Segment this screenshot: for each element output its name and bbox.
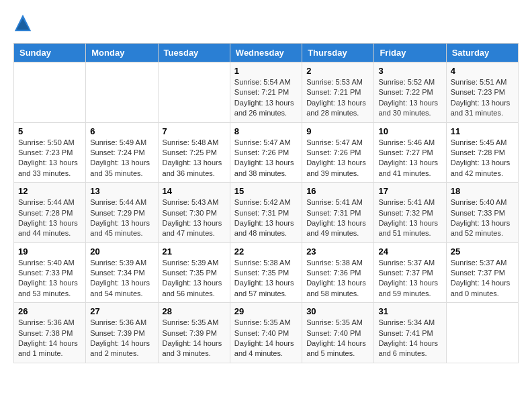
day-number: 29 bbox=[234, 306, 298, 316]
day-info: Sunrise: 5:36 AMSunset: 7:39 PMDaylight:… bbox=[90, 318, 153, 359]
day-info: Sunrise: 5:46 AMSunset: 7:27 PMDaylight:… bbox=[378, 138, 441, 179]
calendar-cell-w3d2: 21Sunrise: 5:39 AMSunset: 7:35 PMDayligh… bbox=[158, 242, 230, 303]
calendar-cell-w3d6: 25Sunrise: 5:37 AMSunset: 7:37 PMDayligh… bbox=[446, 242, 518, 303]
header-wednesday: Wednesday bbox=[230, 44, 302, 62]
day-number: 20 bbox=[90, 246, 153, 257]
day-number: 8 bbox=[234, 126, 298, 136]
day-number: 13 bbox=[90, 186, 153, 196]
day-number: 26 bbox=[18, 306, 81, 316]
calendar-cell-w0d2 bbox=[158, 62, 230, 123]
day-number: 11 bbox=[451, 126, 514, 136]
day-info: Sunrise: 5:50 AMSunset: 7:23 PMDaylight:… bbox=[18, 138, 81, 179]
calendar-cell-w1d5: 10Sunrise: 5:46 AMSunset: 7:27 PMDayligh… bbox=[374, 122, 446, 183]
calendar-cell-w3d3: 22Sunrise: 5:38 AMSunset: 7:35 PMDayligh… bbox=[230, 242, 302, 303]
calendar-cell-w2d0: 12Sunrise: 5:44 AMSunset: 7:28 PMDayligh… bbox=[14, 183, 86, 243]
header-thursday: Thursday bbox=[302, 44, 374, 62]
calendar-cell-w2d4: 16Sunrise: 5:41 AMSunset: 7:31 PMDayligh… bbox=[302, 183, 374, 243]
day-number: 27 bbox=[90, 306, 153, 316]
day-info: Sunrise: 5:35 AMSunset: 7:39 PMDaylight:… bbox=[163, 318, 226, 359]
calendar-cell-w2d1: 13Sunrise: 5:44 AMSunset: 7:29 PMDayligh… bbox=[86, 183, 158, 243]
logo-icon bbox=[13, 13, 32, 32]
calendar-week-0: 1Sunrise: 5:54 AMSunset: 7:21 PMDaylight… bbox=[14, 62, 519, 123]
day-info: Sunrise: 5:47 AMSunset: 7:26 PMDaylight:… bbox=[306, 138, 369, 179]
day-number: 6 bbox=[90, 126, 153, 136]
day-info: Sunrise: 5:54 AMSunset: 7:21 PMDaylight:… bbox=[234, 77, 298, 119]
day-info: Sunrise: 5:39 AMSunset: 7:34 PMDaylight:… bbox=[90, 258, 153, 300]
calendar-cell-w0d6: 4Sunrise: 5:51 AMSunset: 7:23 PMDaylight… bbox=[446, 62, 518, 123]
day-number: 25 bbox=[451, 246, 514, 257]
day-number: 14 bbox=[163, 186, 226, 196]
calendar-cell-w4d6 bbox=[446, 303, 518, 363]
day-number: 4 bbox=[451, 66, 514, 76]
calendar-cell-w4d4: 30Sunrise: 5:35 AMSunset: 7:40 PMDayligh… bbox=[302, 303, 374, 363]
calendar-cell-w1d3: 8Sunrise: 5:47 AMSunset: 7:26 PMDaylight… bbox=[230, 122, 302, 183]
day-info: Sunrise: 5:37 AMSunset: 7:37 PMDaylight:… bbox=[451, 258, 514, 300]
day-info: Sunrise: 5:44 AMSunset: 7:29 PMDaylight:… bbox=[90, 197, 153, 239]
day-info: Sunrise: 5:37 AMSunset: 7:37 PMDaylight:… bbox=[378, 258, 441, 300]
calendar-cell-w3d4: 23Sunrise: 5:38 AMSunset: 7:36 PMDayligh… bbox=[302, 242, 374, 303]
calendar-cell-w0d4: 2Sunrise: 5:53 AMSunset: 7:21 PMDaylight… bbox=[302, 62, 374, 123]
day-info: Sunrise: 5:36 AMSunset: 7:38 PMDaylight:… bbox=[18, 318, 81, 359]
calendar-cell-w4d3: 29Sunrise: 5:35 AMSunset: 7:40 PMDayligh… bbox=[230, 303, 302, 363]
calendar-cell-w0d3: 1Sunrise: 5:54 AMSunset: 7:21 PMDaylight… bbox=[230, 62, 302, 123]
day-number: 30 bbox=[306, 306, 369, 316]
calendar-header-row: SundayMondayTuesdayWednesdayThursdayFrid… bbox=[14, 44, 519, 62]
day-number: 19 bbox=[18, 246, 81, 257]
day-number: 31 bbox=[378, 306, 441, 316]
day-number: 22 bbox=[234, 246, 298, 257]
day-info: Sunrise: 5:48 AMSunset: 7:25 PMDaylight:… bbox=[163, 138, 226, 179]
calendar-cell-w1d1: 6Sunrise: 5:49 AMSunset: 7:24 PMDaylight… bbox=[86, 122, 158, 183]
day-info: Sunrise: 5:40 AMSunset: 7:33 PMDaylight:… bbox=[18, 258, 81, 300]
logo bbox=[13, 13, 35, 32]
day-number: 16 bbox=[306, 186, 369, 196]
calendar-cell-w1d4: 9Sunrise: 5:47 AMSunset: 7:26 PMDaylight… bbox=[302, 122, 374, 183]
calendar-cell-w1d6: 11Sunrise: 5:45 AMSunset: 7:28 PMDayligh… bbox=[446, 122, 518, 183]
calendar-week-2: 12Sunrise: 5:44 AMSunset: 7:28 PMDayligh… bbox=[14, 183, 519, 243]
calendar-cell-w3d1: 20Sunrise: 5:39 AMSunset: 7:34 PMDayligh… bbox=[86, 242, 158, 303]
calendar-cell-w4d0: 26Sunrise: 5:36 AMSunset: 7:38 PMDayligh… bbox=[14, 303, 86, 363]
day-info: Sunrise: 5:47 AMSunset: 7:26 PMDaylight:… bbox=[234, 138, 298, 179]
calendar-cell-w3d0: 19Sunrise: 5:40 AMSunset: 7:33 PMDayligh… bbox=[14, 242, 86, 303]
calendar-week-4: 26Sunrise: 5:36 AMSunset: 7:38 PMDayligh… bbox=[14, 303, 519, 363]
header-friday: Friday bbox=[374, 44, 446, 62]
day-info: Sunrise: 5:38 AMSunset: 7:35 PMDaylight:… bbox=[234, 258, 298, 300]
header-monday: Monday bbox=[86, 44, 158, 62]
day-info: Sunrise: 5:44 AMSunset: 7:28 PMDaylight:… bbox=[18, 197, 81, 239]
day-number: 9 bbox=[306, 126, 369, 136]
day-number: 5 bbox=[18, 126, 81, 136]
day-info: Sunrise: 5:49 AMSunset: 7:24 PMDaylight:… bbox=[90, 138, 153, 179]
day-info: Sunrise: 5:35 AMSunset: 7:40 PMDaylight:… bbox=[234, 318, 298, 359]
day-info: Sunrise: 5:41 AMSunset: 7:31 PMDaylight:… bbox=[306, 197, 369, 239]
day-number: 10 bbox=[378, 126, 441, 136]
day-number: 23 bbox=[306, 246, 369, 257]
calendar-cell-w0d0 bbox=[14, 62, 86, 123]
day-info: Sunrise: 5:42 AMSunset: 7:31 PMDaylight:… bbox=[234, 197, 298, 239]
day-info: Sunrise: 5:39 AMSunset: 7:35 PMDaylight:… bbox=[163, 258, 226, 300]
calendar-cell-w3d5: 24Sunrise: 5:37 AMSunset: 7:37 PMDayligh… bbox=[374, 242, 446, 303]
day-number: 17 bbox=[378, 186, 441, 196]
day-number: 2 bbox=[306, 66, 369, 76]
calendar-cell-w2d3: 15Sunrise: 5:42 AMSunset: 7:31 PMDayligh… bbox=[230, 183, 302, 243]
header-sunday: Sunday bbox=[14, 44, 86, 62]
day-info: Sunrise: 5:53 AMSunset: 7:21 PMDaylight:… bbox=[306, 77, 369, 119]
calendar-cell-w2d2: 14Sunrise: 5:43 AMSunset: 7:30 PMDayligh… bbox=[158, 183, 230, 243]
day-number: 28 bbox=[163, 306, 226, 316]
day-info: Sunrise: 5:40 AMSunset: 7:33 PMDaylight:… bbox=[451, 197, 514, 239]
day-number: 1 bbox=[234, 66, 298, 76]
calendar-cell-w4d2: 28Sunrise: 5:35 AMSunset: 7:39 PMDayligh… bbox=[158, 303, 230, 363]
day-info: Sunrise: 5:41 AMSunset: 7:32 PMDaylight:… bbox=[378, 197, 441, 239]
day-info: Sunrise: 5:34 AMSunset: 7:41 PMDaylight:… bbox=[378, 318, 441, 359]
day-number: 24 bbox=[378, 246, 441, 257]
day-number: 12 bbox=[18, 186, 81, 196]
calendar-cell-w1d0: 5Sunrise: 5:50 AMSunset: 7:23 PMDaylight… bbox=[14, 122, 86, 183]
calendar-cell-w2d6: 18Sunrise: 5:40 AMSunset: 7:33 PMDayligh… bbox=[446, 183, 518, 243]
day-info: Sunrise: 5:43 AMSunset: 7:30 PMDaylight:… bbox=[163, 197, 226, 239]
day-info: Sunrise: 5:38 AMSunset: 7:36 PMDaylight:… bbox=[306, 258, 369, 300]
calendar-cell-w4d5: 31Sunrise: 5:34 AMSunset: 7:41 PMDayligh… bbox=[374, 303, 446, 363]
header-tuesday: Tuesday bbox=[158, 44, 230, 62]
day-number: 15 bbox=[234, 186, 298, 196]
calendar-cell-w2d5: 17Sunrise: 5:41 AMSunset: 7:32 PMDayligh… bbox=[374, 183, 446, 243]
calendar-week-3: 19Sunrise: 5:40 AMSunset: 7:33 PMDayligh… bbox=[14, 242, 519, 303]
calendar-week-1: 5Sunrise: 5:50 AMSunset: 7:23 PMDaylight… bbox=[14, 122, 519, 183]
calendar-cell-w1d2: 7Sunrise: 5:48 AMSunset: 7:25 PMDaylight… bbox=[158, 122, 230, 183]
